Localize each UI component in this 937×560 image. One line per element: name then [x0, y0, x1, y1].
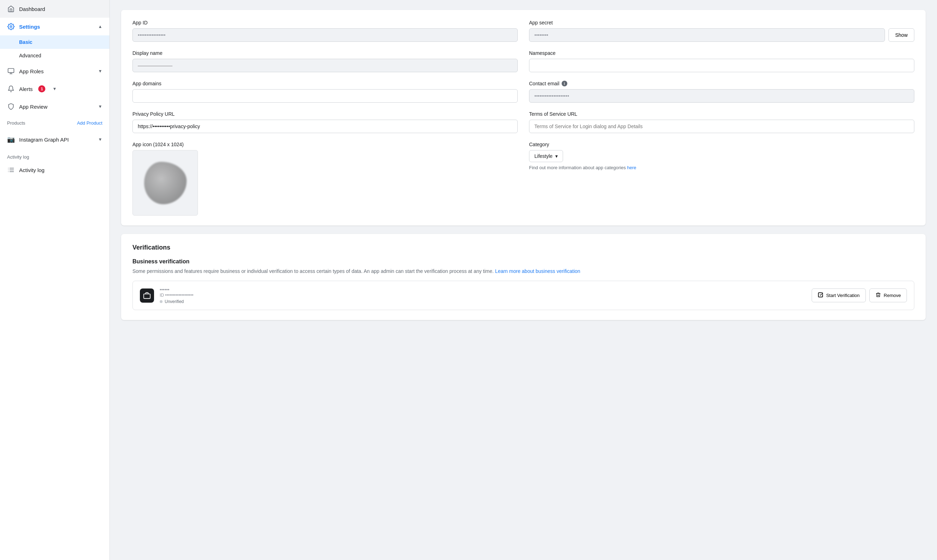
sidebar-item-settings[interactable]: Settings ▲: [0, 18, 109, 35]
namespace-group: Namespace: [529, 50, 914, 72]
alerts-chevron-icon: ▼: [52, 86, 57, 91]
verifications-card: Verifications Business verification Some…: [121, 234, 926, 320]
app-roles-label: App Roles: [19, 68, 43, 74]
business-name: ••••••: [160, 287, 806, 292]
contact-email-label: Contact email i: [529, 81, 914, 86]
category-group: Category Lifestyle ▾ Find out more infor…: [529, 142, 914, 215]
instagram-label: Instagram Graph API: [19, 137, 69, 143]
shield-icon: [7, 103, 15, 111]
contact-email-group: Contact email i: [529, 81, 914, 103]
home-icon: [7, 5, 15, 13]
app-icon-preview[interactable]: [133, 150, 198, 215]
sidebar-item-dashboard[interactable]: Dashboard: [0, 0, 109, 18]
app-settings-form: App ID App secret Show Display name Name…: [133, 20, 914, 215]
app-secret-group: App secret Show: [529, 20, 914, 42]
business-icon: [140, 289, 154, 303]
activity-log-section-header: Activity log: [0, 148, 109, 161]
svg-rect-1: [8, 69, 14, 73]
terms-of-service-group: Terms of Service URL: [529, 111, 914, 133]
app-icon-group: App icon (1024 x 1024): [133, 142, 518, 215]
category-dropdown-icon: ▾: [555, 153, 558, 159]
business-actions: Start Verification Remove: [812, 289, 907, 302]
app-secret-row: Show: [529, 28, 914, 42]
category-value: Lifestyle: [534, 153, 552, 159]
app-domains-group: App domains: [133, 81, 518, 103]
verifications-title: Verifications: [133, 244, 914, 251]
app-secret-input[interactable]: [529, 28, 885, 42]
svg-rect-9: [818, 293, 823, 297]
privacy-policy-input[interactable]: [133, 120, 518, 133]
sidebar-item-products[interactable]: Products Add Product: [0, 115, 109, 131]
sidebar-item-alerts[interactable]: Alerts 1 ▼: [0, 80, 109, 98]
show-secret-button[interactable]: Show: [888, 28, 914, 42]
sidebar-item-activity-log[interactable]: Activity log: [0, 161, 109, 179]
advanced-label: Advanced: [19, 53, 41, 58]
display-name-input[interactable]: [133, 59, 518, 72]
alerts-badge: 1: [38, 85, 45, 92]
remove-business-button[interactable]: Remove: [869, 289, 907, 302]
biz-verification-desc: Some permissions and features require bu…: [133, 268, 914, 275]
start-verification-button[interactable]: Start Verification: [812, 289, 866, 302]
app-id-input[interactable]: [133, 28, 518, 42]
privacy-policy-label: Privacy Policy URL: [133, 111, 518, 117]
app-id-label: App ID: [133, 20, 518, 26]
activity-log-section-label: Activity log: [7, 154, 29, 160]
app-icon-blob: [144, 162, 186, 204]
dashboard-label: Dashboard: [19, 6, 45, 12]
activity-log-icon: [7, 166, 15, 174]
svg-rect-8: [144, 294, 150, 298]
basic-label: Basic: [19, 39, 32, 45]
remove-icon: [875, 292, 881, 299]
add-product-link[interactable]: Add Product: [77, 120, 102, 126]
category-info-link[interactable]: here: [627, 165, 636, 170]
settings-label: Settings: [19, 24, 40, 30]
gear-icon: [7, 23, 15, 31]
sidebar-item-instagram[interactable]: 📷 Instagram Graph API ▼: [0, 131, 109, 148]
sidebar: Dashboard Settings ▲ Basic Advanced App …: [0, 0, 110, 560]
start-verification-icon: [818, 292, 823, 299]
app-settings-card: App ID App secret Show Display name Name…: [121, 10, 926, 226]
business-info: •••••• ID ••••••••••••••••••• Unverified: [160, 287, 806, 304]
contact-email-info-icon: i: [562, 81, 567, 86]
app-review-chevron-icon: ▼: [98, 104, 102, 109]
products-label: Products: [7, 120, 25, 126]
display-name-group: Display name: [133, 50, 518, 72]
activity-log-label: Activity log: [19, 167, 45, 173]
terms-of-service-input[interactable]: [529, 120, 914, 133]
biz-verification-title: Business verification: [133, 258, 914, 265]
namespace-input[interactable]: [529, 59, 914, 72]
business-row: •••••• ID ••••••••••••••••••• Unverified: [133, 281, 914, 310]
category-select[interactable]: Lifestyle ▾: [529, 150, 563, 162]
terms-of-service-label: Terms of Service URL: [529, 111, 914, 117]
app-id-group: App ID: [133, 20, 518, 42]
category-info: Find out more information about app cate…: [529, 165, 914, 170]
app-roles-icon: [7, 67, 15, 75]
sidebar-item-advanced[interactable]: Advanced: [0, 49, 109, 62]
app-domains-label: App domains: [133, 81, 518, 86]
contact-email-input[interactable]: [529, 89, 914, 103]
app-domains-input[interactable]: [133, 89, 518, 103]
sidebar-item-app-roles[interactable]: App Roles ▼: [0, 62, 109, 80]
settings-chevron-icon: ▲: [98, 24, 102, 29]
alerts-icon: [7, 85, 15, 93]
category-label: Category: [529, 142, 914, 147]
instagram-icon: 📷: [7, 135, 15, 143]
learn-more-link[interactable]: Learn more about business verification: [495, 268, 580, 274]
business-id: ID •••••••••••••••••••: [160, 293, 806, 298]
app-icon-label: App icon (1024 x 1024): [133, 142, 518, 147]
sidebar-item-app-review[interactable]: App Review ▼: [0, 98, 109, 115]
unverified-badge: Unverified: [160, 299, 806, 304]
main-content: App ID App secret Show Display name Name…: [110, 0, 937, 560]
app-review-label: App Review: [19, 104, 48, 110]
instagram-chevron-icon: ▼: [98, 137, 102, 142]
display-name-label: Display name: [133, 50, 518, 56]
app-roles-chevron-icon: ▼: [98, 69, 102, 74]
remove-label: Remove: [884, 293, 901, 298]
app-secret-label: App secret: [529, 20, 914, 26]
start-verification-label: Start Verification: [826, 293, 860, 298]
sidebar-item-basic[interactable]: Basic: [0, 35, 109, 49]
svg-point-0: [10, 26, 12, 28]
unverified-dot: [160, 300, 163, 303]
namespace-label: Namespace: [529, 50, 914, 56]
privacy-policy-group: Privacy Policy URL: [133, 111, 518, 133]
